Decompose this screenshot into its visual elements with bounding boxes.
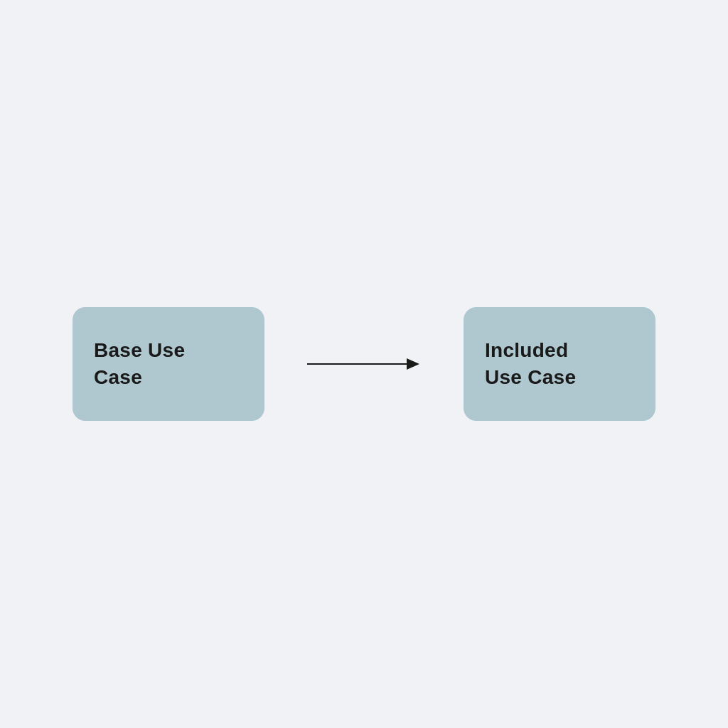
base-use-case-box: Base UseCase [73, 307, 264, 421]
diagram-container: Base UseCase IncludedUse Case [73, 307, 655, 421]
svg-marker-1 [407, 358, 419, 370]
included-use-case-label: IncludedUse Case [485, 337, 576, 391]
included-use-case-box: IncludedUse Case [464, 307, 655, 421]
arrow-container [307, 353, 421, 375]
base-use-case-label: Base UseCase [94, 337, 185, 391]
arrow-icon [307, 353, 421, 375]
